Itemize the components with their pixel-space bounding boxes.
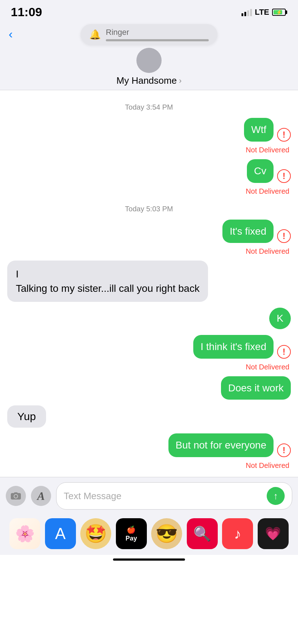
bell-icon: 🔔 (89, 29, 101, 40)
msg-everyone-row: But not for everyone ! (7, 433, 291, 457)
bubble-yup: Yup (7, 405, 46, 428)
status-bar: 11:09 LTE ⚡ (0, 0, 298, 22)
bubble-cv: Cv (247, 159, 274, 183)
ringer-pill: 🔔 Ringer (81, 24, 217, 45)
timestamp-2: Today 5:03 PM (7, 205, 291, 213)
not-delivered-icon-cv[interactable]: ! (277, 169, 291, 183)
not-delivered-label-fixed: Not Delivered (7, 247, 291, 256)
dock-dark[interactable]: 💗 (258, 518, 289, 549)
not-delivered-icon-everyone[interactable]: ! (277, 443, 291, 457)
send-button[interactable]: ↑ (267, 487, 285, 505)
not-delivered-icon-wtf[interactable]: ! (277, 128, 291, 142)
battery-icon: ⚡ (272, 9, 287, 16)
input-placeholder: Text Message (64, 491, 121, 502)
not-delivered-icon-fixed[interactable]: ! (277, 229, 291, 243)
dock-applepay[interactable]: 🍎 Pay (116, 518, 147, 549)
contact-avatar (136, 48, 162, 73)
dock-emoji-avatar[interactable]: 😎 (151, 518, 182, 549)
home-bar (113, 558, 185, 561)
dock-music[interactable]: ♪ (222, 518, 253, 549)
dock-appstore[interactable]: A (45, 518, 76, 549)
not-delivered-icon-think[interactable]: ! (277, 345, 291, 359)
msg-think-block: I think it's fixed ! Not Delivered (7, 335, 291, 375)
bubble-sister: ITalking to my sister...ill call you rig… (7, 261, 208, 302)
msg-cv-block: Cv ! Not Delivered (7, 159, 291, 199)
timestamp-1: Today 3:54 PM (7, 103, 291, 111)
text-input[interactable]: Text Message ↑ (56, 482, 292, 510)
send-icon: ↑ (274, 491, 278, 502)
ringer-label: Ringer (106, 28, 209, 37)
signal-icon (241, 8, 252, 16)
msg-fixed-row: It's fixed ! (7, 220, 291, 243)
bubble-think: I think it's fixed (193, 335, 274, 359)
msg-cv-row: Cv ! (7, 159, 291, 183)
dock-memoji[interactable]: 🤩 (80, 518, 111, 549)
msg-k-row: K (7, 308, 291, 329)
not-delivered-label-cv: Not Delivered (7, 187, 291, 196)
contact-name[interactable]: My Handsome › (117, 75, 182, 86)
ringer-slider[interactable] (106, 39, 209, 41)
msg-yup-row: Yup (7, 405, 291, 428)
status-icons: LTE ⚡ (241, 8, 287, 17)
back-button[interactable]: ‹ (9, 27, 13, 41)
msg-wtf-row: Wtf ! (7, 118, 291, 142)
not-delivered-label-wtf: Not Delivered (7, 146, 291, 154)
lte-label: LTE (255, 8, 269, 17)
status-time: 11:09 (11, 5, 42, 19)
header: ‹ 🔔 Ringer My Handsome › (0, 22, 298, 90)
msg-work-row: Does it work (7, 376, 291, 400)
bubble-wtf: Wtf (244, 118, 274, 142)
not-delivered-label-everyone: Not Delivered (7, 461, 291, 470)
svg-rect-3 (14, 492, 18, 494)
app-store-icon[interactable]: A (31, 486, 51, 506)
dock-photos[interactable]: 🌸 (9, 518, 40, 549)
dock: 🌸 A 🤩 🍎 Pay 😎 🔍 ♪ 💗 (0, 515, 298, 555)
bubble-fixed: It's fixed (222, 220, 274, 243)
msg-fixed-block: It's fixed ! Not Delivered (7, 220, 291, 259)
messages-area: Today 3:54 PM Wtf ! Not Delivered Cv ! N… (0, 90, 298, 473)
camera-icon[interactable] (6, 486, 26, 506)
dock-search[interactable]: 🔍 (187, 518, 218, 549)
input-bar: A Text Message ↑ (0, 477, 298, 515)
bubble-work: Does it work (221, 376, 291, 400)
chevron-right-icon: › (179, 76, 181, 86)
msg-wtf-block: Wtf ! Not Delivered (7, 118, 291, 158)
msg-think-row: I think it's fixed ! (7, 335, 291, 359)
bubble-everyone: But not for everyone (168, 433, 274, 457)
msg-sister-row: ITalking to my sister...ill call you rig… (7, 261, 291, 302)
not-delivered-label-think: Not Delivered (7, 363, 291, 371)
bubble-k: K (269, 308, 291, 329)
msg-everyone-block: But not for everyone ! Not Delivered (7, 433, 291, 473)
svg-point-2 (14, 495, 17, 498)
